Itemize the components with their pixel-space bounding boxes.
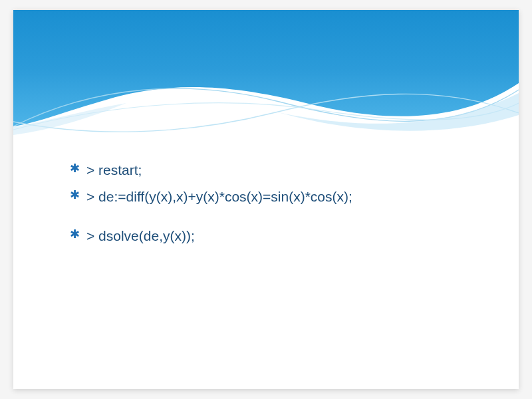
list-item: ✱ > restart; — [70, 160, 479, 181]
list-item-text: > restart; — [86, 160, 142, 181]
wave-header — [13, 10, 519, 140]
asterisk-icon: ✱ — [70, 186, 80, 204]
list-item: ✱ > dsolve(de,y(x)); — [70, 225, 479, 247]
list-item-text: > dsolve(de,y(x)); — [86, 225, 195, 247]
list-item: ✱ > de:=diff(y(x),x)+y(x)*cos(x)=sin(x)*… — [70, 186, 479, 207]
slide: ✱ > restart; ✱ > de:=diff(y(x),x)+y(x)*c… — [13, 10, 519, 389]
wave-svg — [13, 10, 519, 140]
asterisk-icon: ✱ — [70, 160, 80, 178]
bullet-list: ✱ > restart; ✱ > de:=diff(y(x),x)+y(x)*c… — [70, 160, 479, 252]
list-item-text: > de:=diff(y(x),x)+y(x)*cos(x)=sin(x)*co… — [86, 186, 352, 207]
asterisk-icon: ✱ — [70, 225, 80, 243]
